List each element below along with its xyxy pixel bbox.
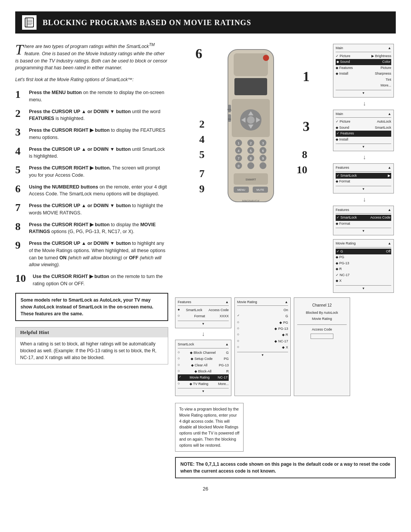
step-text-6: Using the NUMBERED buttons on the remote…	[29, 184, 168, 198]
hint-title: Helpful Hint	[16, 328, 168, 337]
note-text: Some models refer to SmartLock as AutoLo…	[21, 297, 153, 316]
step-num-1: 1	[15, 89, 29, 100]
blocked-line3: Movie Rating	[297, 316, 347, 321]
step-num-2: 2	[15, 108, 29, 119]
svg-text:2: 2	[250, 141, 252, 145]
arrow-1: ↓	[333, 101, 396, 107]
arrow-3: ↓	[333, 197, 396, 203]
step-9: 9 Press the CURSOR UP ▲ or DOWN ▼ button…	[15, 240, 168, 268]
step-text-5: Press the CURSOR RIGHT ▶ button. The scr…	[29, 165, 168, 179]
step-overlay-5: 5	[199, 149, 205, 161]
page-number: 26	[15, 486, 396, 492]
bottom-note: NOTE: The 0,7,1,1 access code shown on t…	[175, 457, 396, 478]
right-side-note: To view a program blocked by the Movie R…	[175, 403, 244, 452]
main-content: T here are two types of program ratings …	[15, 42, 396, 478]
screen-sl-options-2: SmartLock▲ ◆ Block ChannelG ◆ Setup Code…	[175, 340, 231, 396]
svg-rect-0	[25, 18, 33, 27]
step-num-7: 7	[15, 202, 29, 213]
step-overlay-1: 1	[303, 69, 310, 85]
screen-main-menu: Main ▲ ✓ Picture▶ Brightness ◆ SoundColo…	[333, 44, 394, 97]
left-column: T here are two types of program ratings …	[15, 42, 175, 478]
svg-text:4: 4	[237, 149, 239, 153]
access-code-input	[311, 334, 333, 339]
screen-movie-on: Movie Rating▲ On G ◆ PG ◆ PG-13 ◆ R ◆ NC…	[234, 297, 291, 396]
svg-text:8: 8	[250, 157, 252, 160]
step-text-10: Use the CURSOR RIGHT ▶ button on the rem…	[33, 273, 168, 288]
step-5: 5 Press the CURSOR RIGHT ▶ button. The s…	[15, 165, 168, 179]
svg-rect-6	[25, 18, 33, 27]
svg-text:5: 5	[250, 149, 252, 153]
hint-box: Helpful Hint When a rating is set to blo…	[15, 327, 168, 364]
step-num-3: 3	[15, 127, 29, 137]
hint-content: When a rating is set to block, all highe…	[16, 337, 168, 364]
svg-point-17	[247, 116, 255, 124]
trademark: TM	[149, 43, 155, 47]
page: Blocking Programs Based on Movie Ratings…	[0, 0, 411, 532]
step-7: 7 Press the CURSOR UP ▲ or DOWN ▼ button…	[15, 202, 168, 217]
svg-text:9: 9	[262, 157, 264, 160]
screen-blocked: Channel 12 Blocked By AutoLock Movie Rat…	[294, 297, 350, 396]
step-4: 4 Press the CURSOR UP ▲ or DOWN ▼ button…	[15, 146, 168, 160]
step-overlay-9: 9	[199, 183, 205, 195]
svg-text:1: 1	[237, 141, 239, 145]
step-2: 2 Press the CURSOR UP ▲ or DOWN ▼ button…	[15, 108, 168, 123]
screen-features-menu: Main ▲ ✓ PictureAutoLock ◆ SoundSmartLoc…	[333, 110, 394, 152]
svg-text:0: 0	[237, 164, 239, 168]
step-overlay-6: 6	[196, 46, 202, 62]
step-1: 1 Press the MENU button on the remote to…	[15, 89, 168, 104]
step-num-4: 4	[15, 146, 29, 157]
svg-point-10	[263, 55, 269, 61]
svg-text:7: 7	[237, 157, 239, 160]
svg-rect-8	[234, 53, 268, 76]
screen-access-code: Features ▲ ✓ SmartLockAccess Code ◆ Form…	[333, 206, 394, 236]
remote-control: 1 2 3 4 5 6 7	[207, 46, 295, 209]
step-num-5: 5	[15, 165, 29, 175]
title-bar: Blocking Programs Based on Movie Ratings	[15, 11, 396, 34]
step-text-8: Press the CURSOR RIGHT ▶ button to displ…	[29, 221, 168, 236]
right-column: 6 1 3 2 4 5 8 10 7 9	[175, 42, 396, 478]
screen-sl-options-1: Features▲ SmartLockAccess Code FormatXXX…	[175, 297, 231, 329]
steps-list: 1 Press the MENU button on the remote to…	[15, 89, 168, 288]
svg-text:MUTE: MUTE	[256, 189, 264, 191]
page-title: Blocking Programs Based on Movie Ratings	[43, 18, 251, 27]
intro-text1: here are two types of program ratings wi…	[24, 44, 149, 49]
blocked-line2: Blocked By AutoLock	[297, 310, 347, 315]
svg-rect-9	[234, 78, 267, 95]
drop-cap: T	[15, 43, 23, 56]
step-text-2: Press the CURSOR UP ▲ or DOWN ▼ button u…	[29, 108, 168, 123]
step-num-9: 9	[15, 240, 29, 251]
title-icon-box	[22, 15, 37, 30]
svg-text:VOL: VOL	[227, 109, 232, 111]
svg-point-39	[260, 162, 266, 169]
svg-text:MENU: MENU	[237, 189, 245, 191]
step-text-1: Press the MENU button on the remote to d…	[29, 89, 168, 104]
arrow-2: ↓	[333, 154, 396, 160]
blocked-line5: Access Code	[297, 327, 347, 332]
svg-text:SMART: SMART	[245, 178, 256, 181]
arrow-b1: ↓	[175, 331, 231, 337]
step-num-6: 6	[15, 184, 29, 194]
step-text-7: Press the CURSOR UP ▲ or DOWN ▼ button t…	[29, 202, 168, 217]
svg-text:CH: CH	[228, 118, 231, 120]
step-num-10: 10	[15, 273, 33, 284]
step-overlay-8: 8	[302, 149, 307, 161]
step-overlay-4: 4	[199, 133, 205, 145]
svg-text:3: 3	[262, 141, 264, 145]
blocked-line1: Channel 12	[297, 302, 347, 308]
svg-text:6: 6	[262, 149, 264, 153]
intro-paragraph: T here are two types of program ratings …	[15, 42, 168, 72]
svg-text:MAGNAVOX: MAGNAVOX	[242, 199, 260, 203]
step-overlay-2: 2	[199, 118, 205, 130]
step-8: 8 Press the CURSOR RIGHT ▶ button to dis…	[15, 221, 168, 236]
step-text-3: Press the CURSOR RIGHT ▶ button to displ…	[29, 127, 168, 141]
intro-text2: feature. One is based on the Movie Indus…	[15, 51, 167, 71]
screen-smartlock: Features ▲ ✓ SmartLock▶ ◆ Format ▼	[333, 163, 394, 193]
step-num-8: 8	[15, 221, 29, 232]
notebook-icon	[24, 17, 35, 28]
step-overlay-3: 3	[303, 118, 310, 134]
note-box: Some models refer to SmartLock as AutoLo…	[15, 293, 168, 321]
bottom-note-text: NOTE: The 0,7,1,1 access code shown on t…	[180, 462, 390, 474]
intro-subtext: Let's first look at the Movie Rating opt…	[15, 77, 168, 82]
step-overlay-7: 7	[199, 168, 205, 180]
screen-movie-rating: Movie Rating ▲ ✓ GOff ◆ PG ◆ PG-13 ◆ R ✓…	[333, 239, 394, 293]
